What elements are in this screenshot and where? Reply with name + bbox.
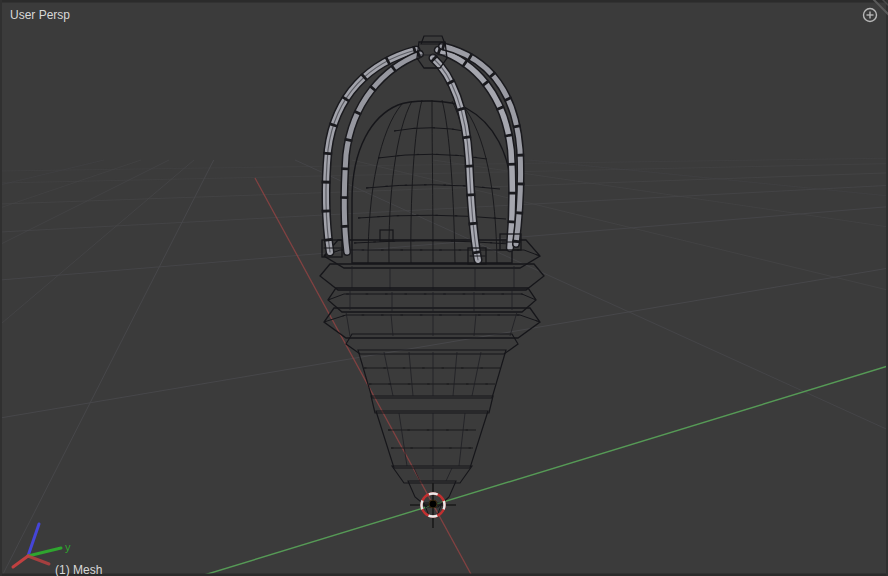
gizmo-z-axis [28, 524, 39, 556]
object-info-label: (1) Mesh [55, 563, 102, 576]
bulge-tiers [324, 288, 540, 354]
x-axis-line [255, 178, 472, 576]
gizmo-x-axis-2 [28, 556, 49, 564]
object-origin-dot [429, 500, 437, 508]
bar-left-outer [326, 50, 416, 252]
bottom-tip [392, 466, 472, 516]
gizmo-y-label: y [65, 541, 71, 553]
bar-center-front [433, 58, 478, 260]
dome [352, 100, 512, 263]
axis-gizmo: y [13, 524, 71, 567]
gizmo-x-axis [13, 556, 28, 567]
lantern-mesh-object[interactable] [320, 36, 544, 516]
floor-grid [0, 158, 888, 576]
tapering-body [358, 350, 506, 468]
expand-panel-button[interactable] [864, 9, 877, 22]
y-axis-line [201, 366, 888, 576]
3d-cursor [410, 483, 456, 528]
view-name-label: User Persp [10, 8, 70, 22]
gizmo-y-axis [28, 548, 61, 556]
blender-3d-viewport[interactable]: y User Persp (1) Mesh [0, 0, 888, 576]
world-axes [201, 178, 888, 576]
